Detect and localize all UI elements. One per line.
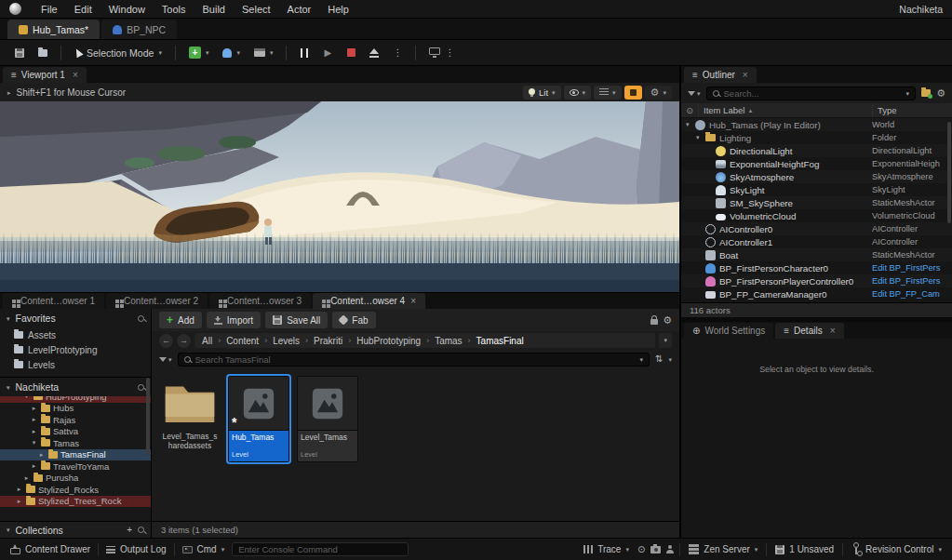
favorite-item-levelprototyping[interactable]: LevelPrototyping	[0, 342, 151, 357]
editor-mode-select[interactable]: Selection Mode ▾	[69, 44, 168, 62]
path-dropdown-icon[interactable]: ▾	[659, 333, 672, 348]
outliner-tab[interactable]: ≡ Outliner ×	[684, 67, 757, 83]
content-browser-tab[interactable]: Content…owser 2	[106, 293, 208, 309]
save-all-button[interactable]: Save All	[265, 312, 328, 328]
menu-item-tools[interactable]: Tools	[154, 4, 194, 15]
filter-button[interactable]: ▾	[159, 356, 172, 363]
zen-server-dropdown[interactable]: Zen Server ▾	[686, 544, 760, 554]
eject-button[interactable]	[364, 44, 384, 62]
revision-control-dropdown[interactable]: Revision Control ▾	[849, 544, 945, 554]
favorite-item-assets[interactable]: Assets	[0, 327, 151, 342]
sources-section-header[interactable]: ▾ Nachiketa	[0, 378, 151, 396]
outliner-row[interactable]: DirectionalLightDirectionalLight	[681, 144, 952, 157]
menu-item-actor[interactable]: Actor	[279, 4, 320, 15]
breadcrumb-segment[interactable]: TamasFinal	[476, 336, 524, 346]
asset-hub_tamas[interactable]: *Hub_TamasLevel	[228, 376, 289, 462]
active-tool-toggle[interactable]	[624, 86, 642, 100]
search-icon[interactable]	[138, 527, 144, 533]
menu-item-file[interactable]: File	[33, 4, 66, 15]
breadcrumb-segment[interactable]: HubPrototyping	[356, 336, 421, 346]
stop-button[interactable]	[341, 44, 361, 62]
tree-scrollbar[interactable]	[146, 378, 150, 456]
settings-gear-icon[interactable]: ⚙	[663, 315, 672, 326]
close-icon[interactable]: ×	[410, 296, 416, 306]
expand-arrow-icon[interactable]: ▸	[30, 428, 38, 435]
sort-dropdown-icon[interactable]: ▾	[668, 356, 672, 363]
outliner-filter-button[interactable]: ▾	[688, 90, 701, 97]
add-button[interactable]: + Add	[159, 312, 202, 328]
breadcrumb-segment[interactable]: All	[202, 336, 212, 346]
expand-arrow-icon[interactable]: ▾	[30, 439, 38, 447]
outliner-search-input[interactable]	[724, 88, 902, 99]
tree-item-stylized_rocks[interactable]: ▸Stylized_Rocks	[0, 484, 151, 496]
menu-item-build[interactable]: Build	[194, 4, 234, 15]
asset-tab-bp_npc[interactable]: BP_NPC	[101, 20, 177, 39]
screenshot-icon[interactable]	[650, 546, 661, 553]
expand-arrow-icon[interactable]: ▸	[15, 498, 23, 505]
profile-icon[interactable]	[666, 550, 674, 553]
expand-arrow-icon[interactable]: ▸	[22, 474, 31, 482]
trace-dropdown[interactable]: Trace ▾	[581, 544, 632, 554]
collections-section-header[interactable]: ▾ Collections +	[0, 521, 151, 538]
world-settings-tab[interactable]: ⊕ World Settings	[684, 323, 773, 339]
expand-arrow-icon[interactable]: ▸	[15, 486, 23, 493]
outliner-row[interactable]: VolumetricCloudVolumetricCloud	[681, 209, 952, 222]
menu-item-window[interactable]: Window	[101, 4, 154, 15]
edit-blueprint-link[interactable]: Edit BP_FirstPers	[872, 276, 952, 286]
breadcrumb-segment[interactable]: Content	[226, 336, 259, 346]
content-search-input[interactable]	[195, 354, 636, 365]
expand-arrow-icon[interactable]: ▾	[22, 396, 31, 400]
create-folder-icon[interactable]	[921, 89, 931, 97]
pause-button[interactable]	[294, 44, 315, 62]
viewport-settings-dropdown[interactable]: ⚙ ▾	[645, 86, 672, 100]
unsaved-button[interactable]: 1 Unsaved	[772, 544, 837, 554]
outliner-row[interactable]: SM_SkySphereStaticMeshActor	[681, 196, 952, 209]
search-icon[interactable]	[138, 384, 144, 391]
expand-arrow-icon[interactable]: ▾	[696, 134, 704, 141]
favorites-section-header[interactable]: ▾ Favorites	[0, 309, 151, 327]
expand-arrow-icon[interactable]: ▸	[30, 462, 38, 470]
close-icon[interactable]: ×	[73, 70, 78, 80]
play-options-button[interactable]: ⋮	[387, 44, 408, 62]
edit-blueprint-link[interactable]: Edit BP_FirstPers	[872, 263, 952, 273]
outliner-scrollbar[interactable]	[947, 122, 951, 223]
forward-button[interactable]: →	[177, 334, 191, 348]
search-options-icon[interactable]: ▾	[906, 90, 910, 97]
asset-level_tamas[interactable]: Level_TamasLevel	[297, 376, 358, 462]
type-column-header[interactable]: Type	[872, 103, 952, 117]
breadcrumb-segment[interactable]: Levels	[273, 336, 300, 346]
favorite-item-levels[interactable]: Levels	[0, 357, 151, 372]
breadcrumb-segment[interactable]: Tamas	[435, 336, 462, 346]
search-options-icon[interactable]: ▾	[640, 356, 644, 363]
record-icon[interactable]: ⊙	[637, 545, 645, 554]
content-drawer-button[interactable]: Content Drawer	[7, 544, 93, 554]
import-button[interactable]: Import	[207, 312, 261, 328]
view-options-dropdown[interactable]: ▾	[594, 86, 622, 100]
outliner-row[interactable]: BP_FirstPersonPlayerController0Edit BP_F…	[681, 274, 952, 287]
output-log-button[interactable]: Output Log	[103, 544, 168, 554]
outliner-row[interactable]: ExponentialHeightFogExponentialHeigh	[681, 157, 952, 170]
tree-item-rajas[interactable]: ▸Rajas	[0, 414, 151, 426]
add-collection-icon[interactable]: +	[127, 526, 132, 535]
back-button[interactable]: ←	[159, 334, 173, 348]
outliner-row[interactable]: AIController1AIController	[681, 235, 952, 248]
outliner-row[interactable]: AIController0AIController	[681, 222, 952, 235]
outliner-settings-icon[interactable]: ⚙	[936, 88, 945, 99]
tree-item-purusha[interactable]: ▸Purusha	[0, 473, 151, 485]
lock-icon[interactable]	[650, 319, 658, 325]
add-actor-button[interactable]: + ▾	[183, 44, 215, 62]
details-tab[interactable]: ≡ Details ×	[775, 323, 843, 339]
lit-mode-dropdown[interactable]: Lit ▾	[523, 86, 561, 100]
outliner-row[interactable]: ▾LightingFolder	[681, 131, 952, 144]
cinematics-button[interactable]: ▾	[248, 44, 279, 62]
tree-item-traveltoyama[interactable]: ▸TravelToYama	[0, 460, 151, 473]
close-icon[interactable]: ×	[743, 70, 748, 80]
outliner-row[interactable]: BoatStaticMeshActor	[681, 248, 952, 261]
console-command-input[interactable]	[232, 542, 409, 556]
tree-item-sattva[interactable]: ▸Sattva	[0, 426, 151, 438]
menu-item-select[interactable]: Select	[234, 4, 279, 15]
outliner-row[interactable]: BP_FP_CameraManager0Edit BP_FP_Cam	[681, 287, 952, 300]
search-icon[interactable]	[138, 315, 144, 322]
browse-content-button[interactable]	[33, 44, 53, 62]
platforms-button[interactable]: ⋮	[423, 44, 460, 62]
